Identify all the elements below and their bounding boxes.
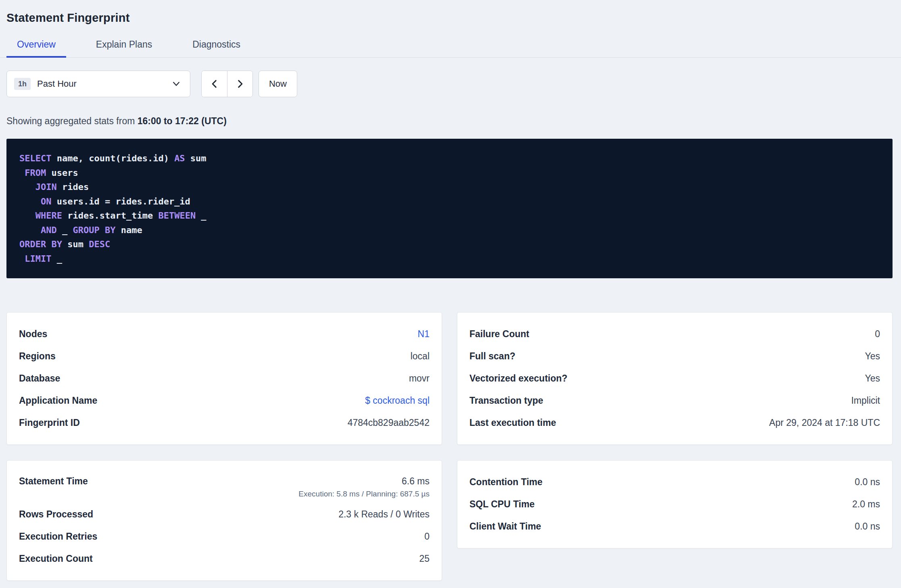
row-subvalue: Execution: 5.8 ms / Planning: 687.5 µs — [298, 490, 430, 498]
row-value: 2.0 ms — [852, 499, 880, 510]
card-row-regions: Regionslocal — [19, 345, 430, 367]
row-value-link[interactable]: $ cockroach sql — [365, 395, 430, 406]
row-label: Last execution time — [469, 417, 556, 428]
tab-diagnostics[interactable]: Diagnostics — [182, 39, 251, 57]
time-range-badge: 1h — [14, 78, 31, 90]
row-value: 0.0 ns — [855, 477, 880, 488]
chevron-down-icon — [171, 79, 181, 89]
row-value: movr — [409, 373, 430, 384]
statement-stats-card: Statement Time6.6 msExecution: 5.8 ms / … — [6, 460, 442, 581]
card-row-client-wait-time: Client Wait Time0.0 ns — [469, 515, 880, 538]
next-time-button[interactable] — [227, 71, 252, 97]
row-value: 0 — [424, 531, 430, 542]
row-value: Yes — [865, 373, 880, 384]
stats-time-range: 16:00 to 17:22 (UTC) — [138, 116, 227, 126]
row-label: Transaction type — [469, 395, 543, 406]
card-row-nodes: NodesN1 — [19, 323, 430, 345]
row-label: SQL CPU Time — [469, 499, 534, 510]
aggregated-stats-text: Showing aggregated stats from 16:00 to 1… — [6, 116, 893, 127]
row-value: 0.0 ns — [855, 521, 880, 532]
row-label: Contention Time — [469, 477, 542, 488]
row-value: 4784cb829aab2542 — [348, 417, 430, 428]
stats-prefix: Showing aggregated stats from — [6, 116, 138, 126]
row-label: Full scan? — [469, 351, 515, 362]
card-row-execution-count: Execution Count25 — [19, 548, 430, 570]
tab-explain-plans[interactable]: Explain Plans — [86, 39, 163, 57]
sql-line: JOIN rides — [19, 180, 880, 194]
row-value: 6.6 ms — [402, 476, 430, 487]
card-row-vectorized-execution: Vectorized execution?Yes — [469, 367, 880, 390]
sql-line: ORDER BY sum DESC — [19, 237, 880, 252]
row-value: Yes — [865, 351, 880, 362]
card-row-last-execution-time: Last execution timeApr 29, 2024 at 17:18… — [469, 412, 880, 434]
page-title: Statement Fingerprint — [6, 11, 893, 25]
card-row-contention-time: Contention Time0.0 ns — [469, 471, 880, 493]
card-row-sql-cpu-time: SQL CPU Time2.0 ms — [469, 493, 880, 515]
time-range-dropdown[interactable]: 1h Past Hour — [6, 71, 190, 97]
sql-line: FROM users — [19, 166, 880, 180]
row-value: 2.3 k Reads / 0 Writes — [338, 509, 430, 520]
card-row-transaction-type: Transaction typeImplicit — [469, 390, 880, 412]
now-button[interactable]: Now — [259, 71, 297, 97]
row-label: Failure Count — [469, 329, 529, 340]
row-value: 25 — [419, 553, 430, 564]
row-label: Regions — [19, 351, 56, 362]
prev-time-button[interactable] — [202, 71, 227, 97]
sql-line: LIMIT _ — [19, 252, 880, 266]
card-row-application-name: Application Name$ cockroach sql — [19, 390, 430, 412]
row-label: Execution Retries — [19, 531, 97, 542]
sql-line: AND _ GROUP BY name — [19, 223, 880, 238]
row-value: Apr 29, 2024 at 17:18 UTC — [769, 417, 880, 428]
card-row-fingerprint-id: Fingerprint ID4784cb829aab2542 — [19, 412, 430, 434]
card-row-execution-retries: Execution Retries0 — [19, 525, 430, 548]
row-label: Application Name — [19, 395, 97, 406]
time-controls: 1h Past Hour Now — [6, 71, 893, 97]
timing-stats-card: Contention Time0.0 nsSQL CPU Time2.0 msC… — [457, 460, 893, 548]
row-label: Nodes — [19, 329, 47, 340]
sql-line: WHERE rides.start_time BETWEEN _ — [19, 209, 880, 223]
tab-bar: OverviewExplain PlansDiagnostics — [0, 39, 901, 58]
row-value: 0 — [875, 329, 880, 340]
row-value-link[interactable]: N1 — [418, 329, 430, 340]
time-step-buttons — [201, 71, 253, 97]
tab-overview[interactable]: Overview — [6, 39, 66, 57]
row-value: Implicit — [851, 395, 880, 406]
card-row-statement-time: Statement Time6.6 msExecution: 5.8 ms / … — [19, 471, 430, 503]
card-row-database: Databasemovr — [19, 367, 430, 390]
time-range-label: Past Hour — [37, 79, 77, 89]
chevron-left-icon — [209, 79, 220, 89]
sql-line: ON users.id = rides.rider_id — [19, 194, 880, 209]
row-value: local — [411, 351, 430, 362]
row-label: Fingerprint ID — [19, 417, 80, 428]
row-label: Statement Time — [19, 476, 88, 487]
row-label: Database — [19, 373, 60, 384]
execution-attributes-card: Failure Count0Full scan?YesVectorized ex… — [457, 312, 893, 445]
card-row-failure-count: Failure Count0 — [469, 323, 880, 345]
sql-line: SELECT name, count(rides.id) AS sum — [19, 151, 880, 166]
row-label: Execution Count — [19, 553, 93, 564]
row-label: Rows Processed — [19, 509, 93, 520]
card-row-rows-processed: Rows Processed2.3 k Reads / 0 Writes — [19, 503, 430, 525]
statement-details-card: NodesN1RegionslocalDatabasemovrApplicati… — [6, 312, 442, 445]
card-row-full-scan: Full scan?Yes — [469, 345, 880, 367]
statement-fingerprint-page: Statement Fingerprint OverviewExplain Pl… — [0, 0, 901, 581]
sql-statement: SELECT name, count(rides.id) AS sum FROM… — [6, 139, 893, 278]
chevron-right-icon — [235, 79, 245, 89]
cards-grid: NodesN1RegionslocalDatabasemovrApplicati… — [6, 312, 893, 581]
row-label: Vectorized execution? — [469, 373, 567, 384]
row-label: Client Wait Time — [469, 521, 541, 532]
